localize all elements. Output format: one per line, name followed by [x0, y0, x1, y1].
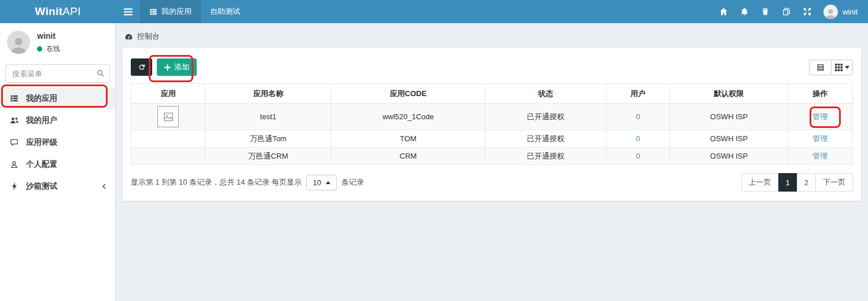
menu-label: 个人配置 [26, 159, 57, 170]
table-row: 万邑通CRM CRM 已开通授权 0 OSWH ISP 管理 [131, 148, 853, 165]
status-cell: 已开通授权 [486, 148, 606, 165]
list-view-icon [816, 64, 825, 71]
users-count-link[interactable]: 0 [636, 152, 640, 160]
sidebar-toggle-button[interactable] [116, 0, 140, 23]
user-menu[interactable]: winit [818, 5, 862, 19]
column-header-users: 用户 [606, 84, 670, 104]
users-count-link[interactable]: 0 [636, 134, 640, 143]
users-icon [9, 116, 20, 124]
grid-view-button[interactable] [831, 60, 853, 75]
breadcrumb-label: 控制台 [137, 31, 160, 42]
refresh-icon [138, 63, 146, 71]
search-input[interactable] [5, 64, 110, 83]
permission-cell: OSWH ISP [670, 148, 788, 165]
users-count-link[interactable]: 0 [636, 112, 640, 121]
add-button-label: 添加 [174, 62, 189, 72]
files-icon [782, 8, 790, 16]
docs-button[interactable] [776, 0, 797, 23]
list-view-button[interactable] [809, 60, 831, 75]
app-code-cell: wwl520_1Code [331, 104, 486, 130]
app-name-cell: test1 [205, 104, 331, 130]
users-cell: 0 [606, 104, 670, 130]
sidebar-item-sandbox-test[interactable]: 沙箱测试 [0, 175, 115, 197]
manage-link[interactable]: 管理 [812, 112, 827, 121]
column-header-app: 应用 [131, 84, 205, 104]
manage-link[interactable]: 管理 [812, 134, 827, 143]
fullscreen-button[interactable] [797, 0, 818, 23]
logo-text-bold: Winit [35, 5, 62, 18]
sidebar-user-name: winit [37, 31, 60, 41]
home-icon [719, 8, 728, 16]
tab-my-apps[interactable]: 我的应用 [140, 0, 201, 23]
menu-label: 我的用户 [26, 115, 57, 126]
grid-view-icon [835, 64, 843, 71]
sidebar-avatar [7, 31, 30, 54]
status-cell: 已开通授权 [486, 130, 606, 148]
app-code-cell: TOM [331, 130, 486, 148]
menu-label: 应用评级 [26, 137, 57, 148]
home-button[interactable] [713, 0, 734, 23]
table-footer: 显示第 1 到第 10 条记录，总共 14 条记录 每页显示 10 条记录 上一… [131, 173, 853, 192]
search-icon[interactable] [97, 69, 104, 79]
trash-button[interactable] [755, 0, 776, 23]
column-header-status: 状态 [486, 84, 606, 104]
sidebar-user-status: 在线 [37, 44, 60, 54]
person-icon [9, 34, 28, 54]
add-button[interactable]: 添加 [157, 58, 197, 76]
view-toggle-group [809, 60, 853, 75]
page-button-1[interactable]: 1 [778, 173, 797, 192]
online-dot-icon [37, 46, 42, 52]
sidebar-user-panel: winit 在线 [0, 23, 115, 61]
status-label: 在线 [46, 44, 60, 54]
user-icon [9, 160, 20, 168]
menu-label: 我的应用 [26, 93, 57, 104]
notifications-button[interactable] [734, 0, 755, 23]
sidebar-menu: 我的应用 我的用户 应用评级 个人配置 沙箱测试 [0, 87, 115, 197]
permission-cell: OSWH ISP [670, 104, 788, 130]
trash-icon [762, 8, 769, 16]
sidebar-item-my-users[interactable]: 我的用户 [0, 109, 115, 131]
table-row: 万邑通Tom TOM 已开通授权 0 OSWH ISP 管理 [131, 130, 853, 148]
bolt-icon [9, 182, 20, 190]
chevron-left-icon [102, 183, 106, 189]
th-list-icon [9, 94, 20, 102]
tab-label: 我的应用 [161, 6, 192, 17]
app-code-cell: CRM [331, 148, 486, 165]
tab-self-test[interactable]: 自助测试 [201, 0, 249, 23]
sidebar: winit 在线 我的应用 我的用户 [0, 23, 116, 301]
table-toolbar: 添加 [131, 58, 853, 76]
action-cell: 管理 [788, 148, 852, 165]
caret-down-icon [845, 66, 849, 69]
comment-icon [9, 138, 20, 146]
sidebar-item-my-apps[interactable]: 我的应用 [0, 87, 115, 109]
pagination-controls: 上一页 1 2 下一页 [741, 173, 853, 192]
app-thumbnail [157, 106, 179, 127]
navbar-user-name: winit [843, 8, 858, 16]
app-name-cell: 万邑通CRM [205, 148, 331, 165]
breadcrumb: 控制台 [116, 23, 868, 48]
plus-icon [164, 64, 171, 71]
th-list-icon [149, 8, 157, 16]
page-button-2[interactable]: 2 [797, 173, 816, 192]
next-page-button[interactable]: 下一页 [815, 173, 853, 192]
main-content: 控制台 添加 [116, 23, 868, 301]
app-logo[interactable]: WinitAPI [0, 0, 116, 23]
tab-label: 自助测试 [210, 6, 240, 17]
app-icon-cell [131, 130, 205, 148]
hamburger-icon [124, 8, 133, 16]
pagination-info: 显示第 1 到第 10 条记录，总共 14 条记录 每页显示 10 条记录 [131, 175, 364, 190]
page-size-dropdown[interactable]: 10 [306, 175, 336, 190]
apps-table: 应用 应用名称 应用CODE 状态 用户 默认权限 操作 test1 [131, 83, 853, 165]
dashboard-icon [124, 33, 133, 41]
app-icon-cell [131, 104, 205, 130]
manage-link[interactable]: 管理 [812, 152, 827, 160]
prev-page-button[interactable]: 上一页 [741, 173, 779, 192]
action-cell: 管理 [788, 130, 852, 148]
refresh-button[interactable] [131, 58, 152, 76]
logo-text-light: API [62, 5, 81, 18]
column-header-app-code: 应用CODE [331, 84, 486, 104]
broken-image-icon [163, 111, 174, 123]
app-name-cell: 万邑通Tom [205, 130, 331, 148]
sidebar-item-personal-config[interactable]: 个人配置 [0, 153, 115, 175]
sidebar-item-app-rating[interactable]: 应用评级 [0, 131, 115, 153]
